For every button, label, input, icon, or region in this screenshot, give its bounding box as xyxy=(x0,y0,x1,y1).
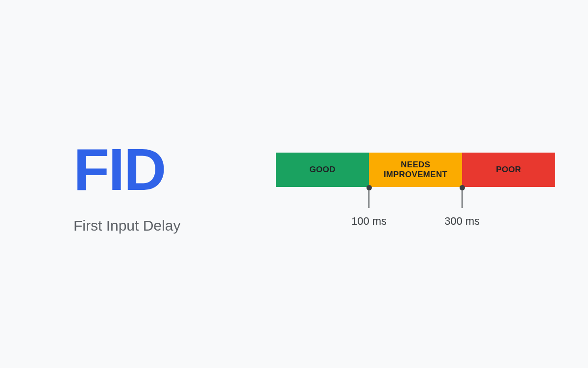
threshold-marker-1: 100 ms xyxy=(351,185,387,228)
threshold-value-1: 100 ms xyxy=(351,215,387,228)
marker-stem xyxy=(368,190,369,208)
metric-fullname: First Input Delay xyxy=(74,217,180,234)
segment-needs-improvement: NEEDS IMPROVEMENT xyxy=(369,153,462,187)
threshold-scale: GOOD NEEDS IMPROVEMENT POOR 100 ms 300 m… xyxy=(276,153,555,187)
threshold-marker-2: 300 ms xyxy=(444,185,480,228)
marker-stem xyxy=(462,190,463,208)
scale-bar: GOOD NEEDS IMPROVEMENT POOR xyxy=(276,153,555,187)
metric-title-block: FID First Input Delay xyxy=(74,140,180,234)
threshold-value-2: 300 ms xyxy=(444,215,480,228)
marker-dot-icon xyxy=(459,185,465,190)
metric-acronym: FID xyxy=(74,140,180,199)
segment-poor: POOR xyxy=(462,153,555,187)
marker-dot-icon xyxy=(366,185,371,190)
segment-good: GOOD xyxy=(276,153,369,187)
